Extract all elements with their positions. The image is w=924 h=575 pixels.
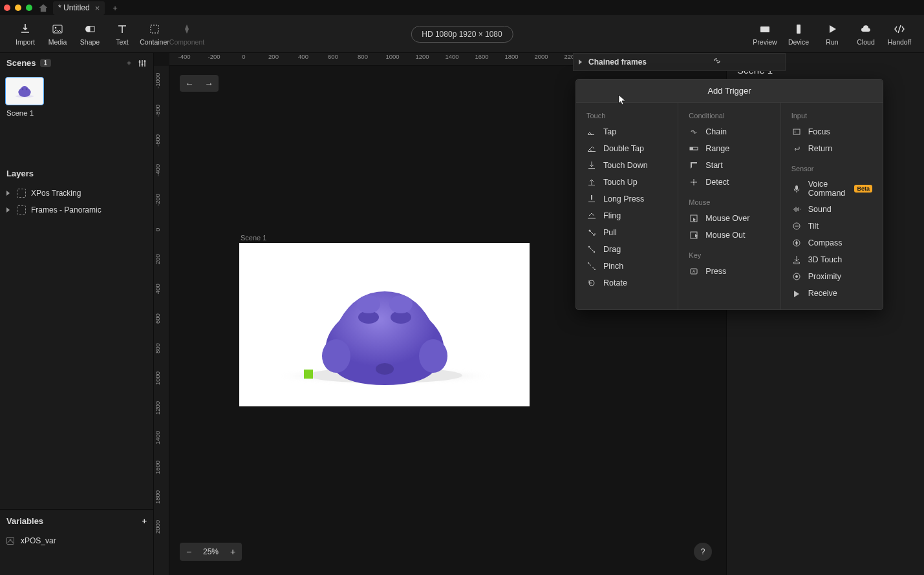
- trigger-touch-down[interactable]: Touch Down: [580, 157, 674, 174]
- trigger-fling[interactable]: Fling: [580, 207, 674, 224]
- main-toolbar: Import Media Shape Text Container Compon…: [0, 16, 924, 53]
- pinch-icon: [586, 261, 597, 271]
- trigger-drag[interactable]: Drag: [580, 241, 674, 258]
- trigger-receive[interactable]: Receive: [785, 285, 879, 302]
- pull-icon: [586, 227, 597, 238]
- home-icon[interactable]: [39, 3, 48, 12]
- cloud-icon: [859, 23, 872, 36]
- layers-heading: Layers: [0, 162, 153, 185]
- trigger-press[interactable]: APress: [682, 263, 776, 280]
- trigger-double-tap[interactable]: Double Tap: [580, 140, 674, 157]
- ruler-vertical: -1000-800-600-400-2000200400600800100012…: [154, 66, 169, 575]
- trigger-return[interactable]: Return: [785, 140, 879, 157]
- close-window-icon[interactable]: [4, 5, 10, 11]
- trigger-3d-touch[interactable]: 3D Touch: [785, 251, 879, 268]
- resolution-pill[interactable]: HD 1080p 1920 × 1080: [411, 26, 513, 43]
- expand-icon[interactable]: [6, 191, 12, 196]
- trigger-compass[interactable]: Compass: [785, 235, 879, 251]
- expand-icon[interactable]: [6, 207, 12, 213]
- run-button[interactable]: Run: [817, 23, 848, 46]
- chain-icon: [689, 127, 699, 137]
- green-marker[interactable]: [304, 370, 313, 379]
- trigger-rotate[interactable]: Rotate: [580, 275, 674, 291]
- shape-button[interactable]: Shape: [74, 23, 106, 46]
- add-scene-button[interactable]: +: [127, 59, 131, 68]
- zoom-in-button[interactable]: +: [224, 543, 242, 561]
- add-variable-button[interactable]: +: [142, 516, 147, 526]
- variables-section: Variables + xPOS_var: [0, 509, 153, 575]
- document-tab[interactable]: * Untitled ×: [53, 1, 105, 15]
- trigger-voice-command[interactable]: Voice CommandBeta: [785, 176, 879, 201]
- sound-icon: [791, 204, 802, 214]
- svg-point-8: [142, 63, 144, 65]
- trigger-touch-up[interactable]: Touch Up: [580, 174, 674, 191]
- trigger-detect[interactable]: Detect: [682, 174, 776, 191]
- handoff-button[interactable]: Handoff: [884, 23, 915, 46]
- svg-point-28: [594, 251, 595, 253]
- new-tab-button[interactable]: +: [113, 3, 118, 13]
- trigger-range[interactable]: Range: [682, 140, 776, 157]
- compass-icon: [791, 238, 802, 248]
- container-button[interactable]: Container: [138, 23, 171, 46]
- layer-row[interactable]: Frames - Panoramic: [0, 202, 153, 218]
- svg-point-29: [588, 262, 589, 264]
- focus-icon: [791, 127, 802, 137]
- nav-forward-button[interactable]: →: [199, 75, 219, 92]
- play-icon: [826, 23, 839, 36]
- mouse-over-icon: [689, 213, 699, 224]
- svg-rect-3: [90, 26, 94, 32]
- media-button[interactable]: Media: [41, 23, 74, 46]
- text-icon: [116, 23, 129, 36]
- trigger-chain[interactable]: Chain: [682, 123, 776, 140]
- trigger-pinch[interactable]: Pinch: [580, 258, 674, 275]
- category-mouse: Mouse: [682, 196, 776, 210]
- zoom-out-button[interactable]: −: [180, 543, 198, 561]
- svg-point-12: [26, 89, 28, 90]
- trigger-mouse-over[interactable]: Mouse Over: [682, 210, 776, 227]
- tab-title: * Untitled: [58, 3, 90, 12]
- long-press-icon: [586, 194, 597, 204]
- category-key: Key: [682, 249, 776, 263]
- preview-button[interactable]: Preview: [749, 23, 780, 46]
- trigger-mouse-out[interactable]: Mouse Out: [682, 227, 776, 244]
- help-button[interactable]: ?: [694, 543, 712, 561]
- canvas-frame[interactable]: [239, 243, 530, 406]
- scene-settings-button[interactable]: [138, 59, 147, 68]
- svg-point-18: [376, 363, 394, 375]
- cloud-button[interactable]: Cloud: [850, 23, 881, 46]
- container-icon: [148, 23, 161, 36]
- maximize-window-icon[interactable]: [26, 5, 32, 11]
- text-button[interactable]: Text: [106, 23, 138, 46]
- close-tab-icon[interactable]: ×: [95, 3, 100, 13]
- minimize-window-icon[interactable]: [15, 5, 21, 11]
- trigger-sound[interactable]: Sound: [785, 201, 879, 218]
- trigger-start[interactable]: Start: [682, 157, 776, 174]
- chained-frames-bar[interactable]: Chained frames: [573, 53, 786, 71]
- trigger-tilt[interactable]: Tilt: [785, 218, 879, 235]
- zoom-value[interactable]: 25%: [198, 547, 224, 556]
- trigger-focus[interactable]: Focus: [785, 123, 879, 140]
- scene-thumbnail[interactable]: [5, 77, 44, 105]
- svg-point-1: [55, 27, 57, 29]
- canvas-scene-label[interactable]: Scene 1: [241, 234, 266, 242]
- voice-command-icon: [791, 183, 802, 194]
- expand-icon[interactable]: [579, 59, 583, 65]
- svg-point-19: [357, 295, 380, 313]
- double-tap-icon: [586, 143, 597, 154]
- svg-rect-39: [795, 131, 795, 133]
- svg-point-11: [22, 89, 24, 90]
- trigger-long-press[interactable]: Long Press: [580, 191, 674, 207]
- variable-row[interactable]: xPOS_var: [0, 532, 153, 549]
- trigger-pull[interactable]: Pull: [580, 224, 674, 241]
- svg-rect-25: [588, 202, 595, 202]
- variable-icon: [6, 537, 14, 545]
- svg-rect-23: [588, 168, 595, 169]
- nav-back-button[interactable]: ←: [180, 75, 199, 92]
- chain-icon[interactable]: [711, 55, 723, 67]
- layer-row[interactable]: XPos Tracking: [0, 185, 153, 202]
- device-button[interactable]: Device: [783, 23, 814, 46]
- import-button[interactable]: Import: [9, 23, 41, 46]
- component-button[interactable]: Component: [171, 23, 203, 46]
- trigger-tap[interactable]: Tap: [580, 123, 674, 140]
- trigger-proximity[interactable]: Proximity: [785, 268, 879, 285]
